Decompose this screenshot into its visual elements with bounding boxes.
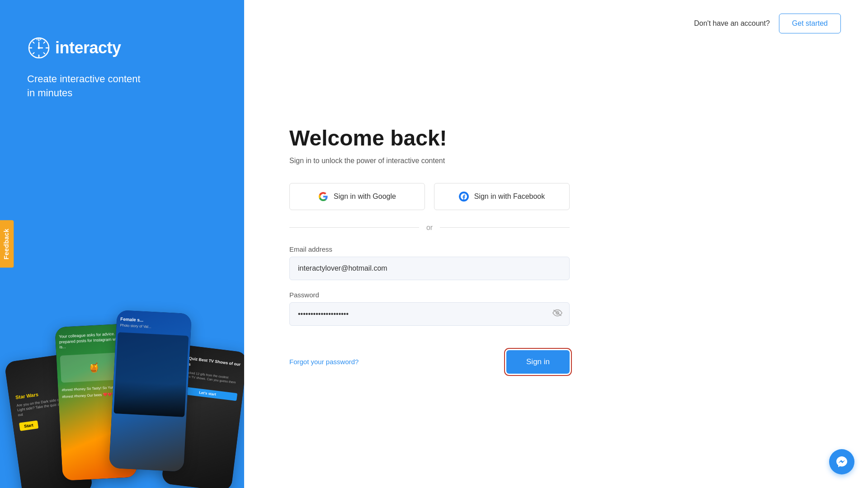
sign-in-button[interactable]: Sign in: [506, 350, 570, 374]
no-account-text: Don't have an account?: [694, 19, 770, 28]
logo-text: interacty: [55, 38, 121, 57]
google-btn-label: Sign in with Google: [334, 192, 396, 201]
logo-area: interacty: [27, 36, 121, 60]
divider-line-right: [440, 227, 570, 228]
divider-text: or: [426, 224, 433, 232]
toggle-password-icon[interactable]: [552, 309, 562, 319]
top-bar: Don't have an account? Get started: [244, 0, 868, 47]
divider-line-left: [289, 227, 419, 228]
forgot-password-link[interactable]: Forgot your password?: [289, 358, 359, 366]
feedback-tab[interactable]: Feedback: [0, 221, 14, 268]
phone-mockup-3: Female s... Photo story of Val...: [109, 310, 192, 472]
password-form-group: Password: [289, 291, 570, 326]
svg-point-11: [38, 47, 40, 49]
password-label: Password: [289, 291, 570, 299]
get-started-button[interactable]: Get started: [779, 14, 841, 33]
password-wrapper: [289, 302, 570, 326]
tagline: Create interactive contentin minutes: [27, 72, 141, 100]
messenger-button[interactable]: [829, 449, 854, 474]
svg-line-7: [44, 42, 45, 43]
facebook-btn-label: Sign in with Facebook: [474, 192, 545, 201]
email-input[interactable]: [289, 257, 570, 280]
social-buttons: Sign in with Google Sign in with Faceboo…: [289, 183, 570, 210]
left-panel: Feedback intera: [0, 0, 244, 488]
email-label: Email address: [289, 245, 570, 253]
welcome-title: Welcome back!: [289, 126, 570, 150]
svg-line-8: [33, 53, 34, 54]
facebook-icon: [459, 192, 469, 202]
facebook-signin-button[interactable]: Sign in with Facebook: [434, 183, 570, 210]
right-panel: Don't have an account? Get started Welco…: [244, 0, 868, 488]
form-actions: Forgot your password? Sign in: [289, 350, 570, 374]
form-container: Welcome back! Sign in to unlock the powe…: [244, 47, 651, 488]
google-icon: [318, 192, 328, 202]
google-signin-button[interactable]: Sign in with Google: [289, 183, 425, 210]
welcome-subtitle: Sign in to unlock the power of interacti…: [289, 157, 570, 165]
messenger-icon: [835, 455, 848, 468]
phones-area: Star Wars Are you on the Dark side or th…: [0, 181, 244, 488]
password-input[interactable]: [289, 302, 570, 326]
logo-icon: [27, 36, 51, 60]
email-form-group: Email address: [289, 245, 570, 280]
divider: or: [289, 224, 570, 232]
svg-line-5: [33, 42, 34, 43]
svg-line-6: [44, 53, 45, 54]
